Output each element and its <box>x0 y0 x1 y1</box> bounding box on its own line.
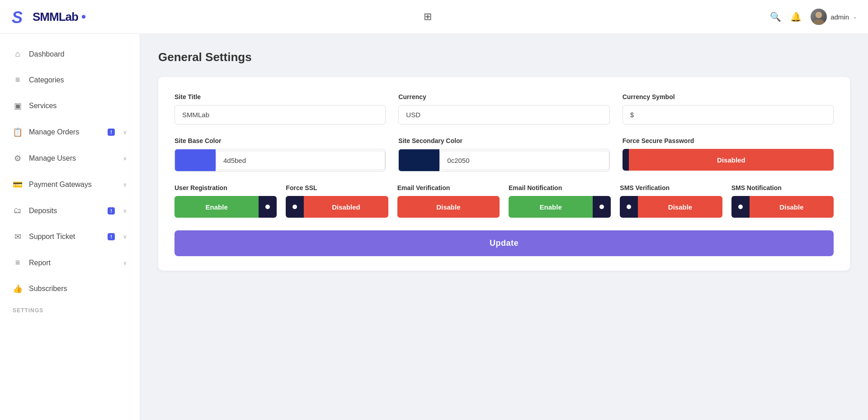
orders-icon: 📋 <box>13 127 23 137</box>
deposits-badge: ! <box>108 207 115 215</box>
sidebar-item-payment-gateways[interactable]: 💳 Payment Gateways ∨ <box>0 172 140 198</box>
deposits-chevron-icon: ∨ <box>123 208 127 214</box>
sidebar-item-label: Services <box>29 102 127 110</box>
email-notification-toggle: Enable <box>509 196 611 218</box>
force-ssl-toggle: Disabled <box>286 196 388 218</box>
deposits-icon: 🗂 <box>13 206 23 215</box>
email-notification-group: Email Notification Enable <box>509 184 611 218</box>
search-icon[interactable]: 🔍 <box>770 11 781 22</box>
sidebar-item-support-ticket[interactable]: ✉ Support Ticket ! ∨ <box>0 224 140 250</box>
sidebar-item-dashboard[interactable]: ⌂ Dashboard <box>0 41 140 67</box>
indicator-dot <box>265 205 270 209</box>
force-secure-indicator <box>623 149 629 171</box>
username-label: admin <box>830 13 849 21</box>
logo: S SMMLab <box>11 7 85 27</box>
categories-icon: ≡ <box>13 75 23 85</box>
support-chevron-icon: ∨ <box>123 234 127 240</box>
sidebar-item-report[interactable]: ≡ Report ∨ <box>0 250 140 276</box>
sidebar-item-label: Categories <box>29 76 127 84</box>
payment-icon: 💳 <box>13 180 23 190</box>
toggles-row: User Registration Enable Force SSL <box>175 184 834 218</box>
site-secondary-color-wrap <box>398 149 609 172</box>
user-registration-label: User Registration <box>175 184 277 191</box>
currency-symbol-label: Currency Symbol <box>623 93 834 100</box>
indicator-dot <box>738 205 743 209</box>
settings-section-label: SETTINGS <box>0 302 140 315</box>
sidebar-item-manage-orders[interactable]: 📋 Manage Orders ! ∨ <box>0 119 140 145</box>
user-menu[interactable]: admin ⌄ <box>811 9 857 25</box>
update-button[interactable]: Update <box>175 230 834 256</box>
sms-notification-label: SMS Notification <box>731 184 834 191</box>
sidebar-item-label: Report <box>29 259 117 267</box>
svg-text:S: S <box>12 8 23 27</box>
email-notification-indicator <box>593 196 611 218</box>
sms-verification-label: SMS Verification <box>620 184 722 191</box>
force-secure-wrap: Disabled <box>623 149 834 171</box>
header-right: 🔍 🔔 admin ⌄ <box>770 9 857 25</box>
sidebar-item-label: Support Ticket <box>29 233 101 241</box>
force-secure-button[interactable]: Disabled <box>629 149 834 171</box>
support-badge: ! <box>108 233 115 240</box>
currency-input[interactable] <box>398 105 609 124</box>
svg-point-5 <box>813 19 824 25</box>
email-verification-group: Email Verification Disable <box>397 184 500 218</box>
sms-notification-button[interactable]: Disable <box>750 196 834 218</box>
report-chevron-icon: ∨ <box>123 260 127 266</box>
sidebar-item-label: Manage Orders <box>29 128 101 136</box>
users-icon: ⚙ <box>13 153 23 163</box>
payment-chevron-icon: ∨ <box>123 181 127 188</box>
site-secondary-color-group: Site Secondary Color <box>398 137 609 172</box>
currency-group: Currency <box>398 93 609 124</box>
header-center: ⊞ <box>424 11 432 23</box>
page-title: General Settings <box>158 50 850 64</box>
currency-symbol-input[interactable] <box>623 105 834 124</box>
user-registration-button[interactable]: Enable <box>175 196 259 218</box>
sidebar-item-subscribers[interactable]: 👍 Subscribers <box>0 276 140 302</box>
layout: ⌂ Dashboard ≡ Categories ▣ Services 📋 Ma… <box>0 34 868 420</box>
logo-text: SMMLab <box>33 10 78 24</box>
avatar <box>811 9 827 25</box>
bell-icon[interactable]: 🔔 <box>790 11 802 22</box>
logo-icon: S <box>11 7 31 27</box>
site-secondary-color-swatch[interactable] <box>399 149 439 171</box>
site-base-color-input[interactable] <box>216 151 385 170</box>
force-ssl-button[interactable]: Disabled <box>304 196 388 218</box>
site-secondary-color-label: Site Secondary Color <box>398 137 609 144</box>
email-verification-toggle: Disable <box>397 196 500 218</box>
sidebar-item-services[interactable]: ▣ Services <box>0 93 140 119</box>
force-secure-password-label: Force Secure Password <box>623 137 834 144</box>
email-verification-label: Email Verification <box>397 184 500 191</box>
users-chevron-icon: ∨ <box>123 155 127 162</box>
report-icon: ≡ <box>13 258 23 267</box>
sidebar-item-manage-users[interactable]: ⚙ Manage Users ∨ <box>0 145 140 172</box>
sms-verification-indicator <box>620 196 638 218</box>
site-base-color-wrap <box>175 149 386 172</box>
expand-icon[interactable]: ⊞ <box>424 11 432 23</box>
settings-card: Site Title Currency Currency Symbol Site… <box>158 77 850 271</box>
user-chevron-icon: ⌄ <box>853 14 857 20</box>
force-secure-password-group: Force Secure Password Disabled <box>623 137 834 172</box>
orders-badge: ! <box>108 129 115 136</box>
sidebar: ⌂ Dashboard ≡ Categories ▣ Services 📋 Ma… <box>0 34 140 420</box>
sidebar-item-deposits[interactable]: 🗂 Deposits ! ∨ <box>0 198 140 224</box>
sidebar-item-label: Deposits <box>29 207 101 215</box>
orders-chevron-icon: ∨ <box>123 129 127 135</box>
subscribers-icon: 👍 <box>13 284 23 294</box>
site-title-input[interactable] <box>175 105 386 124</box>
user-registration-indicator <box>259 196 277 218</box>
site-title-group: Site Title <box>175 93 386 124</box>
email-notification-label: Email Notification <box>509 184 611 191</box>
sms-notification-indicator <box>731 196 750 218</box>
site-secondary-color-input[interactable] <box>439 151 609 170</box>
force-ssl-label: Force SSL <box>286 184 388 191</box>
sidebar-item-categories[interactable]: ≡ Categories <box>0 67 140 93</box>
support-icon: ✉ <box>13 232 23 242</box>
email-notification-button[interactable]: Enable <box>509 196 593 218</box>
home-icon: ⌂ <box>13 49 23 59</box>
header: S SMMLab ⊞ 🔍 🔔 admin ⌄ <box>0 0 868 34</box>
email-verification-button[interactable]: Disable <box>397 196 500 218</box>
currency-symbol-group: Currency Symbol <box>623 93 834 124</box>
site-base-color-swatch[interactable] <box>175 149 216 171</box>
sms-verification-button[interactable]: Disable <box>638 196 722 218</box>
site-title-label: Site Title <box>175 93 386 100</box>
